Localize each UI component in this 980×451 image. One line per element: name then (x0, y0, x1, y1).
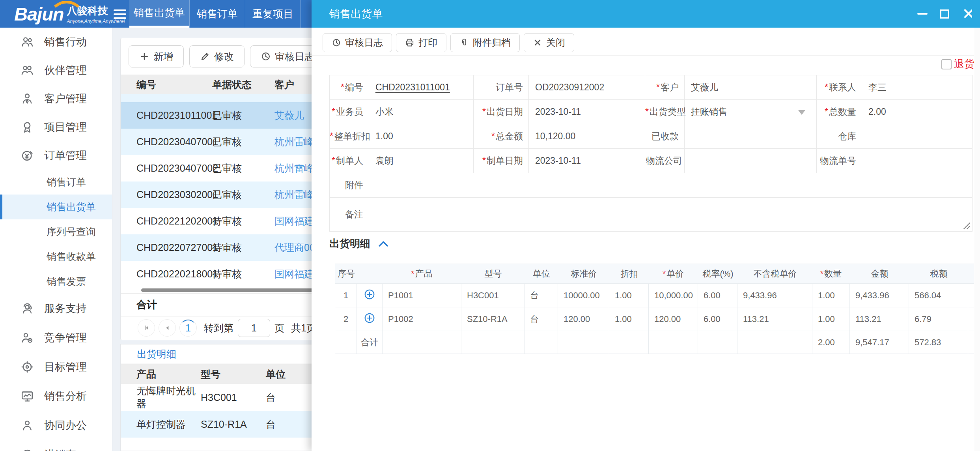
sidebar-item-inventory[interactable]: 进销存 (0, 440, 112, 451)
field-value-tracking-no[interactable] (862, 149, 973, 173)
sidebar-subitem-sales-order[interactable]: 销售订单 (0, 170, 112, 195)
sidebar-subitem-sales-receipt[interactable]: 销售收款单 (0, 244, 112, 269)
add-row-button[interactable] (364, 288, 375, 300)
tab-duplicate-project[interactable]: 重复项目 (245, 0, 301, 28)
modal-toolbar: 审核日志 打印 附件归档 关闭 (323, 33, 574, 52)
detail-header-row: 序号 *产品 型号 单位 标准价 折扣 *单价 税率(%) 不含税单价 *数量 … (335, 264, 974, 284)
first-page-button[interactable] (138, 320, 155, 336)
sidebar-subitem-serial-query[interactable]: 序列号查询 (0, 219, 112, 244)
field-value-total-amount[interactable]: 10,120.00 (529, 124, 645, 149)
col-product: *产品 (383, 264, 461, 284)
sidebar-subitem-sales-invoice[interactable]: 销售发票 (0, 269, 112, 294)
resize-handle[interactable] (961, 221, 970, 229)
edit-button[interactable]: 修改 (189, 45, 245, 67)
return-goods-label: 退货 (954, 57, 974, 71)
chevron-down-icon[interactable] (798, 110, 805, 115)
sidebar-item-collaboration[interactable]: 协同办公 (0, 411, 112, 440)
detail-total-qty: 2.00 (812, 331, 850, 354)
sidebar-item-sales-action[interactable]: 销售行动 (0, 28, 112, 56)
field-value-customer[interactable]: 艾薇儿 (685, 75, 817, 100)
field-value-total-qty[interactable]: 2.00 (862, 100, 973, 124)
col-id: 编号 (136, 78, 212, 91)
sidebar-item-partner-mgmt[interactable]: 伙伴管理 (0, 56, 112, 84)
field-value-id[interactable]: CHD20231011001 (369, 75, 474, 100)
field-value-ship-type-select[interactable]: 挂账销售 (685, 100, 817, 124)
maximize-icon[interactable] (940, 9, 949, 19)
col-qty: *数量 (812, 264, 850, 284)
sidebar-item-competition-mgmt[interactable]: 竞争管理 (0, 323, 112, 352)
detail-total-label: 合计 (357, 331, 383, 354)
plus-icon (139, 51, 149, 62)
minimize-icon[interactable] (917, 13, 928, 15)
close-order-button[interactable]: 关闭 (524, 33, 574, 52)
sidebar: 销售行动 伙伴管理 客户管理 项目管理 订单管理 销售订单 销售出货单 序列号查… (0, 28, 112, 451)
field-value-salesperson[interactable]: 小米 (369, 100, 474, 124)
field-value-creator[interactable]: 袁朗 (369, 149, 474, 173)
sidebar-item-project-mgmt[interactable]: 项目管理 (0, 113, 112, 141)
print-button[interactable]: 打印 (396, 33, 446, 52)
field-label-creator: *制单人 (330, 149, 369, 173)
section-title: 出货明细 (329, 237, 370, 251)
order-form: *编号 CHD20231011001 订单号 OD20230912002 *客户… (329, 75, 973, 232)
sidebar-item-order-mgmt[interactable]: 订单管理 (0, 141, 112, 170)
col-total (968, 264, 974, 284)
field-value-warehouse[interactable] (862, 124, 973, 149)
list-total-label: 合计 (136, 293, 157, 316)
divider (312, 55, 980, 56)
field-label-discount: *整单折扣 (330, 124, 369, 149)
field-value-received[interactable] (685, 124, 817, 149)
prev-page-button[interactable] (159, 320, 175, 336)
sidebar-item-sales-analysis[interactable]: 销售分析 (0, 382, 112, 411)
customer-icon (21, 92, 34, 105)
field-value-attachment[interactable] (369, 173, 973, 198)
monitor-chart-icon (21, 389, 34, 403)
plus-circle-icon (364, 312, 375, 324)
col-seq: 序号 (335, 264, 357, 284)
table-row: 2 P1002 SZ10-R1A 台 120.00 1.00 120.00 6.… (335, 307, 974, 331)
field-label-ship-type: *出货类型 (645, 100, 685, 124)
detail-table-container: 序号 *产品 型号 单位 标准价 折扣 *单价 税率(%) 不含税单价 *数量 … (335, 264, 974, 354)
audit-log-button[interactable]: 审核日志 (323, 33, 392, 52)
menu-toggle-icon[interactable] (114, 9, 126, 19)
medal-icon (21, 120, 34, 134)
field-label-warehouse: 仓库 (817, 124, 862, 149)
close-icon[interactable]: ✕ (962, 6, 972, 22)
attachment-archive-button[interactable]: 附件归档 (450, 33, 520, 52)
plus-circle-icon (364, 288, 375, 300)
field-value-contact[interactable]: 李三 (862, 75, 973, 100)
field-label-total-qty: *总数量 (817, 100, 862, 124)
chevron-up-icon[interactable] (378, 240, 388, 247)
field-value-order-no[interactable]: OD20230912002 (529, 75, 645, 100)
sidebar-subitem-sales-shipment[interactable]: 销售出货单 (0, 195, 112, 219)
field-label-total-amount: *总金额 (474, 124, 529, 149)
person-icon (21, 419, 34, 432)
tab-sales-shipment[interactable]: 销售出货单 (129, 0, 189, 28)
col-discount: 折扣 (609, 264, 649, 284)
goto-prefix-label: 转到第 (204, 322, 233, 335)
field-value-logistics-company[interactable] (685, 149, 817, 173)
col-price-no-tax: 不含税单价 (737, 264, 812, 284)
sidebar-item-target-mgmt[interactable]: 目标管理 (0, 352, 112, 382)
return-goods-checkbox[interactable] (941, 59, 952, 69)
sidebar-item-service-support[interactable]: 服务支持 (0, 294, 112, 323)
field-label-salesperson: *业务员 (330, 100, 369, 124)
table-row: 1 P1001 H3C001 台 10000.00 1.00 10,000.00… (335, 284, 974, 307)
paperclip-icon (459, 38, 469, 47)
goto-page-input[interactable] (238, 319, 270, 337)
col-model: 型号 (461, 264, 525, 284)
current-page-button[interactable]: 1 (180, 320, 196, 336)
vertical-scrollbar[interactable] (974, 28, 980, 451)
tab-sales-order[interactable]: 销售订单 (190, 0, 245, 28)
field-value-remark[interactable] (369, 198, 973, 232)
add-row-button[interactable] (364, 312, 375, 324)
goto-suffix-label: 页 (274, 322, 284, 335)
field-value-discount[interactable]: 1.00 (369, 124, 474, 149)
field-label-id: *编号 (330, 75, 369, 100)
col-unit: 单位 (525, 264, 558, 284)
field-label-received: 已收款 (645, 124, 685, 149)
sidebar-item-customer-mgmt[interactable]: 客户管理 (0, 84, 112, 113)
add-button[interactable]: 新增 (129, 45, 184, 67)
field-value-create-date[interactable]: 2023-10-11 (529, 149, 645, 173)
shipment-detail-section: 出货明细 (329, 237, 388, 251)
field-value-ship-date[interactable]: 2023-10-11 (529, 100, 645, 124)
